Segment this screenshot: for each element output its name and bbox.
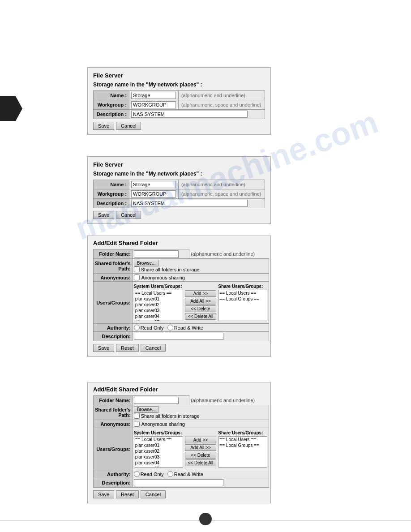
name-hint-2: (alphanumeric and underline) [178,180,265,189]
add-button-2[interactable]: Add >> [185,437,217,443]
shared-reset-button-2[interactable]: Reset [116,490,139,498]
section1-subtitle: Storage name in the "My network places" … [93,82,265,88]
name-label-2: Name : [94,180,129,189]
shared2-title: Add/Edit Shared Folder [93,386,265,393]
description-input-1[interactable] [131,111,248,118]
system-users-list-2[interactable]: == Local Users == planxuser01 planxuser0… [134,436,183,468]
browse-button-2[interactable]: Browse... [134,406,159,413]
share-all-label-1[interactable]: Share all folders in storage [134,266,268,272]
section2-title: File Server [93,161,265,168]
name-input-1[interactable] [131,92,176,99]
read-only-radio-2[interactable] [134,471,140,477]
anonymous-cell-2: Anonymous sharing [132,420,269,428]
shared-save-button-1[interactable]: Save [93,344,114,352]
section2-subtitle: Storage name in the "My network places" … [93,171,265,177]
folder-name-cell-1[interactable] [132,249,189,259]
share-users-label-1: Share Users/Groups: [218,284,267,289]
workgroup-hint-1: (alphanumeric, space and underline) [178,100,265,110]
anonymous-label-1: Anonymous: [94,274,133,282]
desc-input-2[interactable] [134,479,223,486]
workgroup-hint-2: (alphanumeric, space and underline) [178,189,265,199]
anonymous-check-label-2: Anonymous sharing [141,421,185,427]
anonymous-label-2: Anonymous: [94,420,133,428]
anonymous-cell-1: Anonymous sharing [132,274,269,282]
workgroup-input-cell-2[interactable] [129,189,179,199]
read-write-radio-label-1[interactable]: Read & Write [167,325,203,330]
read-only-radio-label-2[interactable]: Read Only [134,471,164,477]
authority-cell-2: Read Only Read & Write [132,470,269,478]
description-input-2[interactable] [131,200,248,207]
authority-label-2: Authority: [94,470,133,478]
read-write-radio-1[interactable] [167,325,173,330]
bottom-circle [199,513,212,525]
read-write-radio-2[interactable] [167,471,173,477]
cancel-button-2[interactable]: Cancel [116,211,141,219]
desc-label-1: Description: [94,332,133,341]
anonymous-checkbox-2[interactable] [134,421,140,427]
workgroup-label-1: Workgroup : [94,100,129,110]
system-users-label-1: System Users/Groups: [134,284,183,289]
description-label-1: Description : [94,110,129,119]
read-write-radio-label-2[interactable]: Read & Write [167,471,203,477]
cancel-button-1[interactable]: Cancel [116,122,141,130]
folder-name-label-2: Folder Name: [94,396,133,405]
share-all-checkbox-1[interactable] [134,266,140,272]
folder-name-label-1: Folder Name: [94,249,133,259]
folder-name-hint-2: (alphanumeric and underline) [189,396,269,405]
name-label-1: Name : [94,91,129,100]
description-label-2: Description : [94,199,129,208]
share-users-list-1[interactable]: == Local Users == == Local Groups == [218,290,267,321]
shared1-title: Add/Edit Shared Folder [93,240,265,246]
read-only-radio-label-1[interactable]: Read Only [134,325,164,330]
workgroup-input-cell-1[interactable] [129,100,179,110]
read-only-radio-1[interactable] [134,325,140,330]
add-all-button-2[interactable]: Add All >> [185,444,217,451]
browse-button-1[interactable]: Browse... [134,260,159,266]
desc-cell-2[interactable] [132,478,269,488]
workgroup-input-2[interactable] [131,190,176,197]
folder-name-input-1[interactable] [134,250,179,257]
folder-name-hint-1: (alphanumeric and underline) [189,249,269,259]
description-input-cell-1[interactable] [129,110,265,119]
section1-title: File Server [93,72,265,79]
share-all-checkbox-2[interactable] [134,413,140,419]
shared-path-cell-2: Browse... Share all folders in storage [132,405,269,420]
save-button-2[interactable]: Save [93,211,114,219]
add-all-button-1[interactable]: Add All >> [185,298,217,305]
shared-path-label-1: Shared folder'sPath: [94,259,133,274]
share-users-label-2: Share Users/Groups: [218,430,267,435]
shared-reset-button-1[interactable]: Reset [116,344,139,352]
authority-cell-1: Read Only Read & Write [132,324,269,332]
delete-button-2[interactable]: << Delete [185,452,217,459]
users-label-2: Users/Groups: [94,428,133,470]
system-users-label-2: System Users/Groups: [134,430,183,435]
desc-cell-1[interactable] [132,332,269,341]
shared-path-cell-1: Browse... Share all folders in storage [132,259,269,274]
save-button-1[interactable]: Save [93,122,114,130]
name-input-2[interactable] [131,181,176,188]
delete-button-1[interactable]: << Delete [185,305,217,312]
authority-label-1: Authority: [94,324,133,332]
shared-path-label-2: Shared folder'sPath: [94,405,133,420]
shared-save-button-2[interactable]: Save [93,490,114,498]
workgroup-input-1[interactable] [131,101,176,108]
users-cell-2: System Users/Groups: == Local Users == p… [132,428,269,470]
folder-name-input-2[interactable] [134,397,179,404]
name-input-cell-2[interactable] [129,180,179,189]
shared-cancel-button-1[interactable]: Cancel [141,344,166,352]
users-label-1: Users/Groups: [94,282,133,324]
folder-name-cell-2[interactable] [132,396,189,405]
delete-all-button-1[interactable]: << Delete All [185,313,217,320]
delete-all-button-2[interactable]: << Delete All [185,459,217,466]
name-hint-1: (alphanumeric and underline) [178,91,265,100]
add-button-1[interactable]: Add >> [185,290,217,297]
description-input-cell-2[interactable] [129,199,265,208]
nav-tab [0,96,22,121]
desc-input-1[interactable] [134,333,223,340]
shared-cancel-button-2[interactable]: Cancel [141,490,166,498]
share-all-label-2[interactable]: Share all folders in storage [134,413,268,419]
system-users-list-1[interactable]: == Local Users == planxuser01 planxuser0… [134,290,183,321]
name-input-cell-1[interactable] [129,91,179,100]
anonymous-checkbox-1[interactable] [134,275,140,280]
share-users-list-2[interactable]: == Local Users == == Local Groups == [218,436,267,468]
